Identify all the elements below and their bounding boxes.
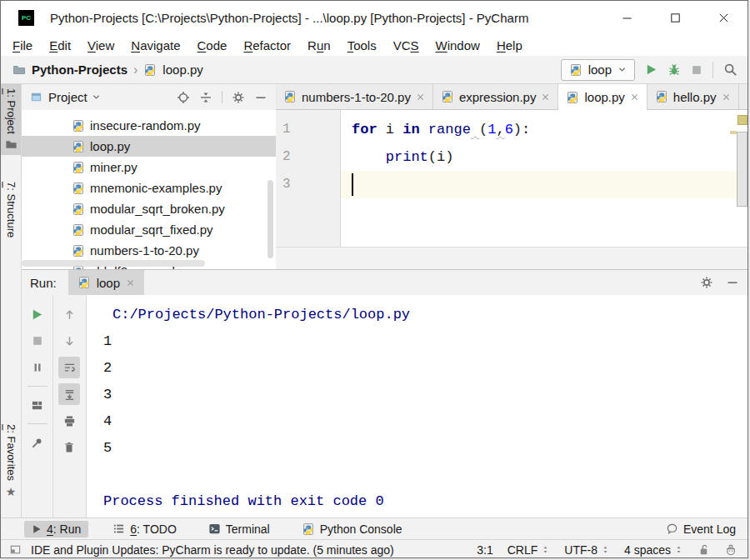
menu-code[interactable]: Code — [189, 38, 236, 52]
run-tool-window: Run: loop — [22, 269, 748, 518]
menu-help[interactable]: Help — [488, 38, 531, 52]
readonly-lock-icon[interactable] — [698, 543, 710, 556]
menu-tools[interactable]: Tools — [339, 38, 385, 52]
tree-item[interactable]: modular_sqrt_broken.py — [22, 198, 276, 219]
tool-window-bar: 4: Run 6: TODO Terminal Python Console E… — [1, 518, 748, 539]
menu-refactor[interactable]: Refactor — [235, 38, 299, 52]
tab-hello[interactable]: hello.py — [648, 84, 739, 109]
gear-icon[interactable] — [700, 276, 713, 289]
line-ending-widget[interactable]: CRLF — [508, 543, 551, 557]
menu-bar: File Edit View Navigate Code Refactor Ru… — [1, 34, 748, 56]
close-tab-icon[interactable] — [126, 278, 135, 288]
run-button[interactable] — [645, 63, 658, 76]
toolbar-right: loop — [561, 59, 738, 81]
close-tab-icon[interactable] — [722, 92, 731, 102]
menu-file[interactable]: File — [4, 38, 41, 52]
clear-all-button[interactable] — [58, 437, 80, 458]
tree-item[interactable]: insecure-random.py — [22, 115, 276, 136]
console-output-line: 5 — [103, 435, 748, 462]
minimize-button[interactable] — [602, 1, 651, 34]
editor-body[interactable]: 1 2 3 for i in range (1,6): print(i) — [276, 110, 748, 247]
line-number: 1 — [282, 116, 340, 143]
menu-navigate[interactable]: Navigate — [122, 38, 188, 52]
caret-position-widget[interactable]: 3:1 — [477, 543, 492, 557]
toolwindow-button-python-console[interactable]: Python Console — [294, 521, 410, 538]
locate-file-button[interactable] — [177, 91, 190, 104]
stop-button[interactable] — [691, 64, 702, 76]
search-everywhere-button[interactable] — [723, 62, 738, 77]
toolwindow-toggle-icon[interactable] — [9, 543, 22, 556]
tree-horizontal-scrollbar[interactable] — [22, 260, 205, 267]
pin-tab-button[interactable] — [27, 432, 48, 453]
run-panel-label: Run: — [30, 276, 57, 290]
stripe-button-structure[interactable]: 7: Structure — [1, 178, 21, 246]
status-bar: IDE and Plugin Updates: PyCharm is ready… — [1, 539, 748, 558]
menu-window[interactable]: Window — [428, 38, 488, 52]
tree-item[interactable]: mnemonic-examples.py — [22, 178, 276, 198]
editor-gutter[interactable]: 1 2 3 — [276, 110, 341, 247]
stripe-label: 2: Favorites — [5, 424, 18, 481]
rerun-button[interactable] — [27, 303, 48, 325]
encoding-widget[interactable]: UTF-8 — [564, 543, 610, 557]
tab-numbers-1-to-20[interactable]: numbers-1-to-20.py — [276, 84, 433, 109]
code-area[interactable]: for i in range (1,6): print(i) — [341, 110, 748, 247]
warning-stripe-mark[interactable] — [730, 131, 737, 134]
title-bar[interactable]: PC Python-Projects [C:\Projects\Python-P… — [1, 1, 748, 34]
close-tab-icon[interactable] — [630, 92, 639, 102]
toolwindow-button-todo[interactable]: 6: TODO — [105, 521, 184, 538]
indent-widget[interactable]: 4 spaces — [624, 543, 683, 557]
gear-icon[interactable] — [232, 91, 245, 104]
stop-button[interactable] — [27, 330, 48, 352]
tree-item[interactable]: numbers-1-to-20.py — [22, 240, 276, 261]
tab-label: loop.py — [584, 90, 624, 104]
console-command-line[interactable]: C:/Projects/Python-Projects/loop.py — [103, 302, 748, 328]
hide-panel-button[interactable] — [254, 91, 268, 104]
down-stacktrace-button[interactable] — [58, 330, 80, 352]
tab-loop-active[interactable]: loop.py — [558, 84, 647, 110]
restore-layout-button[interactable] — [27, 394, 48, 416]
event-log-button[interactable]: Event Log — [666, 522, 736, 536]
event-log-icon — [666, 522, 678, 535]
close-button[interactable] — [699, 1, 748, 34]
pause-output-button[interactable] — [27, 357, 48, 378]
play-icon — [31, 308, 43, 321]
tree-item-selected[interactable]: loop.py — [22, 136, 276, 157]
status-message[interactable]: IDE and Plugin Updates: PyCharm is ready… — [31, 543, 394, 557]
up-stacktrace-button[interactable] — [58, 303, 80, 325]
breadcrumb-project[interactable]: Python-Projects — [32, 62, 128, 77]
menu-vcs[interactable]: VCS — [385, 38, 428, 52]
debug-button[interactable] — [668, 63, 681, 77]
print-button[interactable] — [58, 410, 80, 432]
tree-item[interactable]: miner.py — [22, 157, 276, 178]
editor-scrollbar[interactable] — [737, 132, 748, 207]
console-output-line: 1 — [103, 328, 748, 355]
pause-icon — [32, 362, 43, 373]
project-panel-title[interactable]: Project — [48, 90, 88, 104]
close-tab-icon[interactable] — [541, 92, 550, 102]
run-tab-loop[interactable]: loop — [68, 270, 144, 295]
inspections-profile-icon[interactable] — [724, 543, 738, 557]
breadcrumb-file[interactable]: loop.py — [162, 62, 202, 77]
toolwindow-button-run[interactable]: 4: Run — [24, 521, 88, 538]
scroll-to-end-button[interactable] — [58, 383, 80, 405]
close-tab-icon[interactable] — [416, 92, 425, 102]
run-configuration-select[interactable]: loop — [561, 59, 635, 81]
run-console[interactable]: C:/Projects/Python-Projects/loop.py 1 2 … — [87, 295, 748, 518]
inspection-status-marker[interactable] — [738, 115, 748, 125]
tab-expression[interactable]: expression.py — [433, 84, 559, 109]
menu-edit[interactable]: Edit — [41, 38, 79, 52]
tree-vertical-scrollbar[interactable] — [268, 180, 273, 258]
menu-view[interactable]: View — [79, 38, 122, 52]
tree-item[interactable]: modular_sqrt_fixed.py — [22, 219, 276, 240]
hide-panel-button[interactable] — [726, 276, 739, 289]
soft-wrap-button[interactable] — [58, 357, 80, 378]
stripe-button-favorites[interactable]: 2: Favorites ★ — [1, 420, 21, 502]
menu-run[interactable]: Run — [299, 38, 339, 52]
stripe-button-project[interactable]: 1: Project — [1, 84, 21, 155]
collapse-all-button[interactable] — [199, 91, 212, 104]
toolwindow-button-terminal[interactable]: Terminal — [201, 521, 278, 538]
maximize-button[interactable] — [651, 1, 699, 34]
editor-bottom-strip — [276, 247, 748, 269]
chevron-down-icon[interactable] — [92, 92, 101, 102]
updown-icon — [601, 545, 610, 554]
